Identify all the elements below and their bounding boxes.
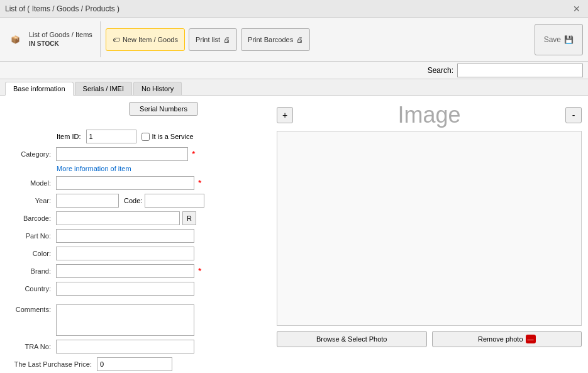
country-row: Country:: [6, 282, 270, 296]
tabs-bar: Base information Serials / IMEI No Histo…: [0, 79, 588, 96]
title-bar: List of ( Items / Goods / Products ) ✕: [0, 0, 588, 18]
save-button[interactable]: Save 💾: [535, 24, 583, 55]
print-list-button[interactable]: Print list 🖨: [189, 28, 237, 51]
serial-numbers-button[interactable]: Serial Numbers: [129, 102, 198, 116]
tab-serials-imei[interactable]: Serials / IMEI: [75, 82, 132, 95]
browse-photo-button[interactable]: Browse & Select Photo: [277, 331, 427, 347]
remove-photo-button[interactable]: Remove photo —: [432, 331, 582, 347]
brand-label: Brand:: [6, 267, 53, 275]
last-purchase-row: The Last Purchase Price:: [6, 357, 270, 371]
tra-label: TRA No:: [6, 343, 53, 350]
model-label: Model:: [6, 179, 53, 187]
right-panel: + Image - Browse & Select Photo Remove p…: [277, 102, 582, 373]
partno-row: Part No:: [6, 229, 270, 243]
image-add-button[interactable]: +: [277, 107, 293, 123]
is-service-checkbox[interactable]: [141, 133, 150, 141]
model-input[interactable]: [56, 176, 194, 190]
country-label: Country:: [6, 285, 53, 292]
save-disk-icon: 💾: [564, 35, 574, 44]
image-header: + Image -: [277, 102, 582, 128]
model-required: *: [198, 178, 201, 188]
search-bar: Search:: [0, 62, 588, 79]
barcode-label: Barcode:: [6, 214, 53, 222]
tab-base-information[interactable]: Base information: [5, 82, 74, 96]
toolbar: 📦 List of Goods / Items IN STOCK 🏷 New I…: [0, 18, 588, 62]
last-purchase-input[interactable]: [97, 357, 172, 371]
partno-label: Part No:: [6, 232, 53, 240]
category-label: Category:: [6, 150, 53, 158]
image-title: Image: [293, 102, 565, 128]
image-display-area: [277, 131, 582, 326]
country-input[interactable]: [56, 282, 194, 296]
color-row: Color:: [6, 247, 270, 260]
color-input[interactable]: [56, 247, 194, 260]
search-input[interactable]: [457, 64, 583, 77]
stock-icon: 📦: [5, 30, 25, 50]
window-title: List of ( Items / Goods / Products ): [5, 4, 119, 13]
comments-row: Comments:: [6, 304, 270, 336]
brand-input[interactable]: [56, 264, 194, 278]
is-service-checkbox-label: It is a Service: [141, 133, 194, 141]
tra-input[interactable]: [56, 340, 194, 354]
year-label: Year:: [6, 197, 53, 204]
more-info-link[interactable]: More information of item: [57, 165, 270, 172]
partno-input[interactable]: [56, 229, 194, 243]
category-row: Category: *: [6, 147, 270, 161]
model-row: Model: *: [6, 176, 270, 190]
new-item-icon: 🏷: [113, 36, 119, 43]
new-item-button[interactable]: 🏷 New Item / Goods: [106, 28, 185, 51]
comments-textarea[interactable]: [56, 304, 194, 336]
close-button[interactable]: ✕: [570, 3, 583, 15]
toolbar-left: 📦 List of Goods / Items IN STOCK: [5, 21, 101, 57]
print-barcodes-button[interactable]: Print Barcodes 🖨: [241, 28, 310, 51]
barcode-row: Barcode: R: [6, 211, 270, 225]
tab-no-history[interactable]: No History: [133, 82, 182, 95]
brand-row: Brand: *: [6, 264, 270, 278]
item-id-row: Item ID: It is a Service: [57, 130, 270, 143]
barcode-generate-button[interactable]: R: [182, 211, 196, 225]
image-remove-nav-button[interactable]: -: [565, 107, 582, 123]
main-content: Serial Numbers Item ID: It is a Service …: [0, 96, 588, 373]
year-code-row: Year: Code:: [6, 194, 270, 208]
last-purchase-label: The Last Purchase Price:: [6, 360, 94, 368]
category-required: *: [192, 149, 195, 159]
image-action-buttons: Browse & Select Photo Remove photo —: [277, 331, 582, 347]
brand-required: *: [198, 266, 201, 276]
barcode-input[interactable]: [56, 211, 180, 225]
category-input[interactable]: [56, 147, 188, 161]
tra-row: TRA No:: [6, 340, 270, 354]
code-label: Code:: [124, 197, 142, 204]
search-label: Search:: [428, 66, 453, 75]
year-input[interactable]: [56, 194, 119, 208]
print-barcodes-label: Print Barcodes: [248, 36, 293, 43]
left-panel: Serial Numbers Item ID: It is a Service …: [6, 102, 270, 373]
printer2-icon: 🖨: [296, 36, 303, 43]
remove-icon: —: [526, 335, 536, 343]
item-id-label: Item ID:: [57, 133, 81, 140]
toolbar-list-label: List of Goods / Items IN STOCK: [29, 30, 92, 48]
color-label: Color:: [6, 250, 53, 257]
toolbar-buttons: 🏷 New Item / Goods Print list 🖨 Print Ba…: [106, 28, 530, 51]
print-list-label: Print list: [196, 36, 220, 43]
comments-label: Comments:: [6, 304, 53, 313]
item-id-input[interactable]: [86, 130, 136, 143]
printer-icon: 🖨: [223, 36, 230, 43]
code-input[interactable]: [145, 194, 204, 208]
